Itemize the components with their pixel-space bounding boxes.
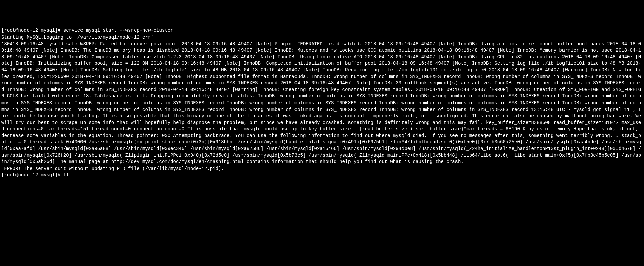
log-line: Starting MySQL.Logging to '/var/lib/mysq… [1,34,643,41]
command-text: ll [63,172,69,178]
error-line: ERROR! The server quit without updating … [1,165,643,172]
log-body: 180418 09:16:48 mysqld_safe WSREP: Faile… [1,41,643,165]
shell-prompt: [root@node-12 mysql]# [1,28,63,33]
command-text: service mysql start --wsrep-new-cluster [63,28,173,33]
shell-prompt: [root@node-12 mysql]# [1,172,63,178]
terminal-output[interactable]: [root@node-12 mysql]# service mysql star… [1,27,643,179]
